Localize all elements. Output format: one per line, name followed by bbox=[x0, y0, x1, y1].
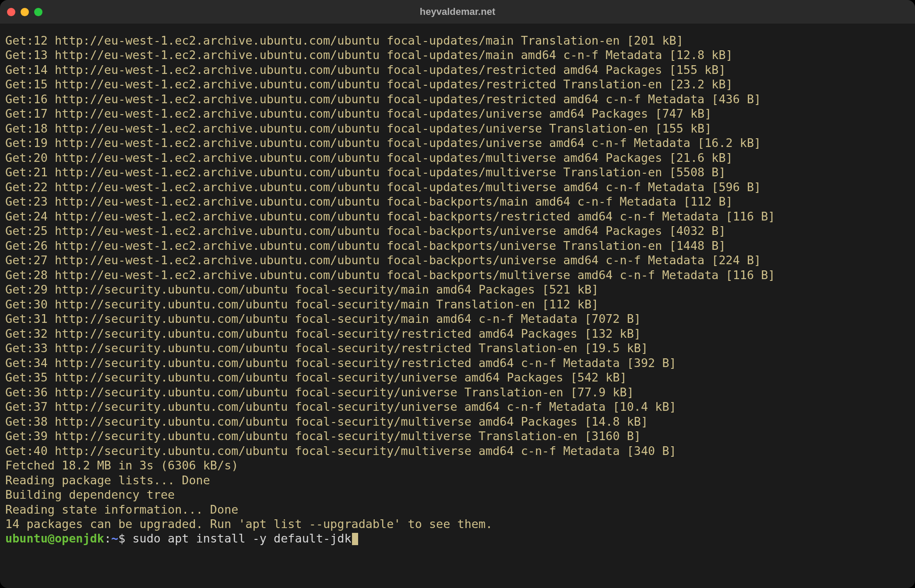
terminal-line: Get:39 http://security.ubuntu.com/ubuntu… bbox=[5, 429, 910, 443]
terminal-line: Get:17 http://eu-west-1.ec2.archive.ubun… bbox=[5, 106, 910, 121]
terminal-body[interactable]: Get:12 http://eu-west-1.ec2.archive.ubun… bbox=[0, 24, 915, 551]
prompt-path: ~ bbox=[111, 532, 118, 545]
terminal-line: Get:21 http://eu-west-1.ec2.archive.ubun… bbox=[5, 165, 910, 179]
terminal-line: Get:38 http://security.ubuntu.com/ubuntu… bbox=[5, 414, 910, 429]
minimize-icon[interactable] bbox=[21, 8, 29, 16]
terminal-line: Get:36 http://security.ubuntu.com/ubuntu… bbox=[5, 385, 910, 399]
terminal-window: heyvaldemar.net Get:12 http://eu-west-1.… bbox=[0, 0, 915, 588]
terminal-line: Get:26 http://eu-west-1.ec2.archive.ubun… bbox=[5, 238, 910, 253]
terminal-line: Get:15 http://eu-west-1.ec2.archive.ubun… bbox=[5, 77, 910, 91]
terminal-line: Fetched 18.2 MB in 3s (6306 kB/s) bbox=[5, 458, 910, 472]
terminal-line: Get:34 http://security.ubuntu.com/ubuntu… bbox=[5, 356, 910, 370]
terminal-line: Get:12 http://eu-west-1.ec2.archive.ubun… bbox=[5, 33, 910, 48]
terminal-line: 14 packages can be upgraded. Run 'apt li… bbox=[5, 517, 910, 531]
close-icon[interactable] bbox=[7, 8, 15, 16]
terminal-line: Get:27 http://eu-west-1.ec2.archive.ubun… bbox=[5, 253, 910, 267]
terminal-line: Get:24 http://eu-west-1.ec2.archive.ubun… bbox=[5, 209, 910, 224]
terminal-line: Building dependency tree bbox=[5, 487, 910, 502]
terminal-line: Reading state information... Done bbox=[5, 502, 910, 517]
terminal-line: Get:18 http://eu-west-1.ec2.archive.ubun… bbox=[5, 121, 910, 136]
terminal-line: Get:16 http://eu-west-1.ec2.archive.ubun… bbox=[5, 92, 910, 106]
terminal-line: Get:31 http://security.ubuntu.com/ubuntu… bbox=[5, 312, 910, 326]
terminal-line: Get:25 http://eu-west-1.ec2.archive.ubun… bbox=[5, 224, 910, 238]
maximize-icon[interactable] bbox=[34, 8, 42, 16]
terminal-line: Get:28 http://eu-west-1.ec2.archive.ubun… bbox=[5, 268, 910, 282]
terminal-line: Reading package lists... Done bbox=[5, 473, 910, 487]
titlebar: heyvaldemar.net bbox=[0, 0, 915, 24]
terminal-line: Get:35 http://security.ubuntu.com/ubuntu… bbox=[5, 370, 910, 385]
terminal-line: Get:37 http://security.ubuntu.com/ubuntu… bbox=[5, 399, 910, 414]
traffic-lights bbox=[7, 8, 42, 16]
terminal-line: Get:20 http://eu-west-1.ec2.archive.ubun… bbox=[5, 150, 910, 165]
terminal-line: Get:23 http://eu-west-1.ec2.archive.ubun… bbox=[5, 194, 910, 209]
terminal-line: Get:22 http://eu-west-1.ec2.archive.ubun… bbox=[5, 180, 910, 194]
terminal-line: Get:13 http://eu-west-1.ec2.archive.ubun… bbox=[5, 48, 910, 62]
prompt-line[interactable]: ubuntu@openjdk:~$ sudo apt install -y de… bbox=[5, 531, 910, 546]
cursor-icon bbox=[352, 533, 358, 545]
prompt-command[interactable]: sudo apt install -y default-jdk bbox=[132, 532, 351, 545]
window-title: heyvaldemar.net bbox=[0, 6, 915, 18]
terminal-line: Get:33 http://security.ubuntu.com/ubuntu… bbox=[5, 341, 910, 355]
prompt-colon: : bbox=[104, 532, 111, 545]
prompt-symbol: $ bbox=[118, 532, 132, 545]
terminal-line: Get:32 http://security.ubuntu.com/ubuntu… bbox=[5, 326, 910, 341]
terminal-line: Get:40 http://security.ubuntu.com/ubuntu… bbox=[5, 444, 910, 458]
terminal-line: Get:19 http://eu-west-1.ec2.archive.ubun… bbox=[5, 136, 910, 150]
terminal-line: Get:29 http://security.ubuntu.com/ubuntu… bbox=[5, 282, 910, 297]
terminal-line: Get:30 http://security.ubuntu.com/ubuntu… bbox=[5, 297, 910, 312]
terminal-line: Get:14 http://eu-west-1.ec2.archive.ubun… bbox=[5, 63, 910, 77]
prompt-user-host: ubuntu@openjdk bbox=[5, 532, 104, 545]
